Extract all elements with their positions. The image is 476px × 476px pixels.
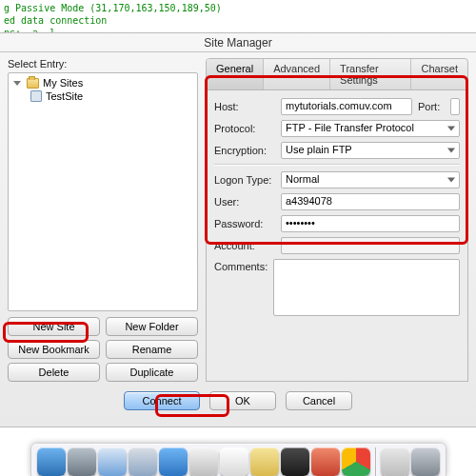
site-action-buttons: New Site New Folder New Bookmark Rename … xyxy=(8,317,198,382)
password-input[interactable]: •••••••• xyxy=(281,215,460,232)
comments-label: Comments: xyxy=(214,259,268,272)
comments-textarea[interactable] xyxy=(273,259,460,316)
tab-general[interactable]: General xyxy=(207,59,264,89)
generic-app-icon[interactable] xyxy=(381,447,409,476)
user-label: User: xyxy=(214,196,275,208)
tree-root-my-sites[interactable]: My Sites xyxy=(11,76,194,89)
disclosure-triangle-icon[interactable] xyxy=(13,81,21,86)
terminal-app-icon[interactable] xyxy=(281,447,309,476)
rename-button[interactable]: Rename xyxy=(106,340,198,359)
new-bookmark-button[interactable]: New Bookmark xyxy=(8,340,100,359)
port-input[interactable] xyxy=(450,98,460,115)
finder-app-icon[interactable] xyxy=(37,447,66,476)
new-folder-button[interactable]: New Folder xyxy=(106,317,198,336)
new-site-button[interactable]: New Site xyxy=(8,317,100,336)
host-label: Host: xyxy=(214,101,275,112)
tree-item-label: TestSite xyxy=(46,90,83,102)
mail-app-icon[interactable] xyxy=(68,447,96,476)
site-tree[interactable]: My Sites TestSite xyxy=(8,72,198,311)
tree-root-label: My Sites xyxy=(43,77,83,89)
duplicate-button[interactable]: Duplicate xyxy=(106,363,198,382)
photobooth-app-icon[interactable] xyxy=(311,447,340,476)
account-input xyxy=(281,237,460,254)
logon-type-label: Logon Type: xyxy=(214,174,275,186)
config-tabs: General Advanced Transfer Settings Chars… xyxy=(206,58,468,90)
notes-app-icon[interactable] xyxy=(250,447,279,476)
encryption-select[interactable]: Use plain FTP xyxy=(281,142,460,159)
tree-item-testsite[interactable]: TestSite xyxy=(11,89,194,103)
select-entry-label: Select Entry: xyxy=(8,58,198,69)
encryption-label: Encryption: xyxy=(214,145,275,156)
app-store-icon[interactable] xyxy=(159,447,188,476)
settings-app-icon[interactable] xyxy=(411,447,440,476)
host-input[interactable]: mytutorials.comuv.com xyxy=(281,98,412,115)
logon-type-select[interactable]: Normal xyxy=(281,171,460,188)
chrome-app-icon[interactable] xyxy=(342,447,370,476)
account-label: Account: xyxy=(214,240,275,251)
ok-button[interactable]: OK xyxy=(209,391,276,410)
macos-dock-area xyxy=(0,430,476,476)
server-icon xyxy=(30,90,42,102)
user-input[interactable]: a4394078 xyxy=(281,193,460,210)
preview-app-icon[interactable] xyxy=(189,447,218,476)
dialog-buttons: Connect OK Cancel xyxy=(0,386,476,418)
separator xyxy=(214,164,460,166)
macos-dock xyxy=(30,443,446,476)
folder-icon xyxy=(27,78,39,89)
password-label: Password: xyxy=(214,218,275,229)
tab-advanced[interactable]: Advanced xyxy=(264,59,330,89)
tab-transfer-settings[interactable]: Transfer Settings xyxy=(330,59,411,89)
protocol-select[interactable]: FTP - File Transfer Protocol xyxy=(281,120,460,137)
general-panel: Host: mytutorials.comuv.com Port: Protoc… xyxy=(206,90,468,382)
connect-button[interactable]: Connect xyxy=(124,391,200,410)
window-titlebar: Site Manager xyxy=(0,33,476,52)
window-title: Site Manager xyxy=(204,36,271,50)
calendar-app-icon[interactable] xyxy=(220,447,248,476)
safari-app-icon[interactable] xyxy=(98,447,127,476)
dock-divider xyxy=(375,447,376,476)
site-manager-window: Site Manager Select Entry: My Sites Test… xyxy=(0,32,476,427)
protocol-label: Protocol: xyxy=(214,123,275,134)
cancel-button[interactable]: Cancel xyxy=(286,391,352,410)
delete-button[interactable]: Delete xyxy=(8,363,100,382)
itunes-app-icon[interactable] xyxy=(129,447,157,476)
tab-charset[interactable]: Charset xyxy=(411,59,467,89)
port-label: Port: xyxy=(418,101,445,112)
